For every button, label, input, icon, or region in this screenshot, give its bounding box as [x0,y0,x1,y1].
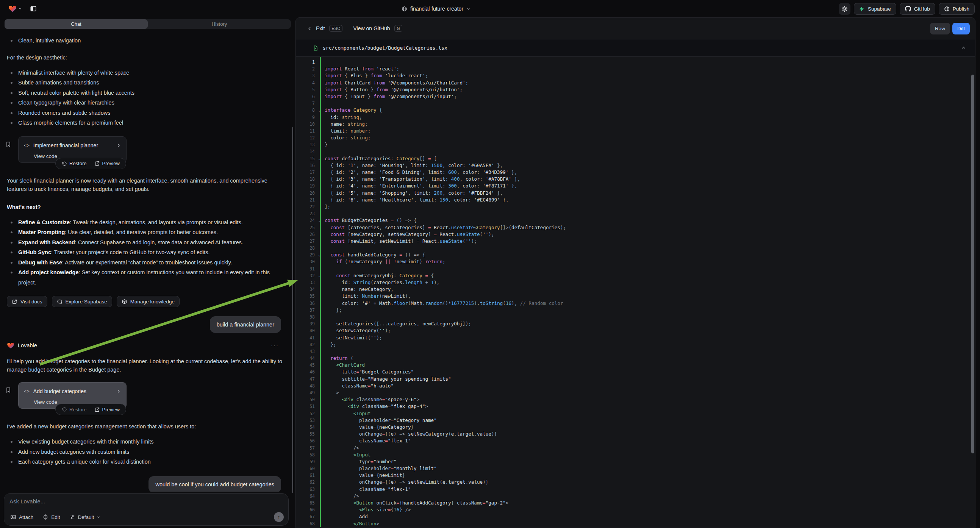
project-name: financial-future-creator [410,6,463,12]
explore-supabase-button[interactable]: Explore Supabase [52,296,112,307]
collapse-file-button[interactable] [958,43,969,54]
external-link-icon [12,299,18,305]
file-added-icon [312,45,318,51]
fold-marker [317,348,321,355]
code-line: 15⌄const defaultCategories: Category[] =… [296,155,975,162]
code-text: placeholder="Monthly limit" [321,465,437,472]
manage-knowledge-button[interactable]: Manage knowledge [117,296,180,307]
mode-selector[interactable]: Default [69,514,101,520]
external-link-icon [94,161,100,166]
chat-input[interactable] [10,498,269,509]
settings-button[interactable] [839,3,850,15]
supabase-button[interactable]: Supabase [854,3,896,15]
fold-marker[interactable]: ⌄ [317,155,321,162]
fold-marker [317,300,321,307]
code-text: import { Input } from '@/components/ui/i… [321,93,457,100]
bullet-list: Clean, intuitive navigation [7,36,283,46]
fold-marker[interactable]: ⌄ [317,107,321,114]
code-scrollbar[interactable] [971,75,974,453]
line-number: 48 [296,383,317,390]
exit-button[interactable]: Exit [316,25,325,32]
fold-marker [317,65,321,72]
mode-label: Default [78,514,94,520]
send-button[interactable]: ↑ [274,512,284,522]
code-icon: <> [24,141,30,149]
fold-marker[interactable]: ⌄ [317,272,321,279]
quick-actions: Visit docsExplore SupabaseManage knowled… [7,296,283,307]
raw-toggle-button[interactable]: Raw [930,23,950,35]
visit-docs-button[interactable]: Visit docs [7,296,47,307]
github-label: GitHub [914,6,930,12]
github-button[interactable]: GitHub [900,3,935,15]
code-text: </Button> [321,520,379,527]
code-line: 20 { id: '5', name: 'Shopping', limit: 2… [296,190,975,197]
message-menu-button[interactable]: ··· [271,341,279,350]
fold-marker [317,341,321,348]
publish-button[interactable]: Publish [939,3,975,15]
code-line: 30 if (!newCategory || !newLimit) return… [296,258,975,265]
preview-button[interactable]: Preview [91,161,124,166]
bookmark-icon [5,141,11,148]
fold-marker [317,376,321,383]
fold-marker [317,327,321,334]
code-icon: <> [24,387,30,396]
line-number: 46 [296,369,317,375]
code-text: const handleAddCategory = () => { [321,251,425,258]
code-text: subtitle="Manage your spending limits" [321,376,451,383]
fold-marker [317,313,321,320]
preview-button[interactable]: Preview [91,407,124,412]
chevron-down-icon [466,7,471,11]
diff-toggle-button[interactable]: Diff [952,23,970,35]
code-text: <Plus size={16} /> [321,506,411,513]
sidebar-toggle-button[interactable] [28,3,39,14]
bookmark-button[interactable] [5,387,11,394]
fold-marker [317,307,321,313]
code-line: 45 <ChartCard [296,362,975,369]
fold-marker[interactable]: ⌄ [317,217,321,224]
code-line: 59 type="number" [296,458,975,465]
restore-button[interactable]: Restore [58,407,91,412]
attach-button[interactable]: Attach [10,514,33,520]
view-on-github-button[interactable]: View on GitHub [353,25,390,32]
code-text [321,210,325,217]
line-number: 36 [296,300,317,307]
line-number: 56 [296,437,317,444]
code-line: 48 className="h-auto" [296,383,975,390]
code-line: 41 setNewLimit(''); [296,334,975,341]
fold-marker [317,452,321,458]
fold-marker [317,162,321,169]
code-line: 4import ChartCard from '@/components/ui/… [296,80,975,86]
line-number: 6 [296,93,317,100]
code-text: className="h-auto" [321,383,394,390]
code-line: 37 }; [296,307,975,313]
supabase-icon [859,6,865,12]
fold-marker[interactable]: ⌄ [317,251,321,258]
edit-mode-button[interactable]: Edit [43,514,60,520]
line-number: 32 [296,272,317,279]
code-line: 39 setCategories([...categories, newCate… [296,320,975,327]
lovable-logo-menu[interactable] [8,5,22,13]
fold-marker [317,445,321,452]
gear-icon [842,6,848,12]
chat-scrollbar[interactable] [292,127,293,493]
composer: Attach Edit Default [4,493,289,526]
restore-button[interactable]: Restore [58,161,91,166]
code-text: name: string; [321,121,368,128]
code-text: import { Button } from '@/components/ui/… [321,86,463,93]
code-line: 36 color: '#' + Math.floor(Math.random()… [296,300,975,307]
user-message-bubble: build a financial planner [210,316,281,333]
file-bar: src/components/budget/BudgetCategories.t… [296,39,975,57]
version-actions: RestorePreview [55,158,126,169]
line-number: 44 [296,355,317,362]
tab-history[interactable]: History [148,19,291,29]
project-selector[interactable]: financial-future-creator [401,0,471,17]
lovable-heart-icon [8,5,17,13]
tab-chat[interactable]: Chat [5,19,148,29]
code-line: 38 [296,313,975,320]
fold-marker [317,410,321,417]
bookmark-button[interactable] [5,141,11,148]
line-number: 53 [296,417,317,424]
fold-marker [317,86,321,93]
line-number: 57 [296,445,317,452]
line-number: 5 [296,86,317,93]
